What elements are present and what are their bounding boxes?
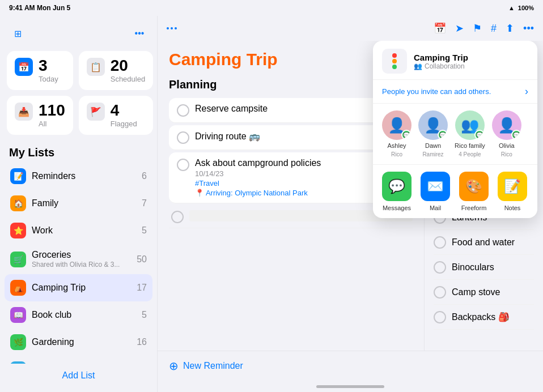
sidebar-item-groceries[interactable]: 🛒 Groceries Shared with Olivia Rico & 3.… <box>5 244 152 274</box>
sidebar-toggle-button[interactable]: ⊞ <box>9 25 26 42</box>
scheduled-icon: 📋 <box>87 58 105 76</box>
gardening-label: Gardening <box>32 337 131 347</box>
packing-circle[interactable] <box>434 261 446 274</box>
scheduled-label: Scheduled <box>111 75 145 83</box>
tag-icon[interactable]: # <box>491 23 497 35</box>
status-time: 9:41 AM Mon Jun 5 <box>9 4 70 12</box>
reminders-label: Reminders <box>32 171 136 181</box>
scheduled-count: 20 <box>111 58 145 74</box>
avatar-ricofamily-circle: 👥 💬 <box>455 110 485 140</box>
packing-circle[interactable] <box>434 311 446 323</box>
today-icon: 📅 <box>15 58 33 76</box>
freeform-app-icon: 🎨 <box>459 172 489 201</box>
avatar-dawn-circle: 👤 💬 <box>418 110 448 140</box>
planning-label: Planning <box>169 78 217 91</box>
collab-dot-orange <box>392 59 397 63</box>
collab-invite-row[interactable]: People you invite can add others. › <box>373 80 537 104</box>
share-app-messages[interactable]: 💬 Messages <box>382 172 412 211</box>
packing-circle[interactable] <box>434 286 446 299</box>
sidebar-item-camping[interactable]: ⛺ Camping Trip 17 <box>5 274 152 301</box>
sidebar-item-plantstoget[interactable]: 🪴 Plants to get 4 <box>5 356 152 364</box>
all-icon: 📥 <box>15 103 33 121</box>
share-icon[interactable]: ⬆ <box>506 22 514 35</box>
share-app-mail[interactable]: ✉️ Mail <box>421 172 450 211</box>
sidebar-item-reminders[interactable]: 📝 Reminders 6 <box>5 163 152 190</box>
flag-icon[interactable]: ⚑ <box>473 22 482 35</box>
collab-subtitle: 👥 Collaboration <box>414 62 468 70</box>
collab-invite-chevron: › <box>525 86 528 97</box>
calendar-icon[interactable]: 📅 <box>434 22 446 35</box>
avatar-olivia-subname: Rico <box>501 151 512 157</box>
toolbar-actions: 📅 ➤ ⚑ # ⬆ ••• <box>434 22 534 35</box>
packing-empty-slot <box>434 330 534 347</box>
sidebar-item-gardening[interactable]: 🌿 Gardening 16 <box>5 329 152 356</box>
avatar-ricofamily-subname: 4 People <box>459 151 481 157</box>
sidebar-more-button[interactable]: ••• <box>131 25 148 42</box>
packing-item-campstove[interactable]: Camp stove <box>434 280 534 305</box>
family-icon: 🏠 <box>10 195 26 211</box>
groceries-icon: 🛒 <box>10 252 26 267</box>
content-area: Camping Trip Planning ··· Reserve campsi… <box>158 41 543 351</box>
all-card[interactable]: 📥 110 All <box>7 96 73 135</box>
all-label: All <box>39 120 65 128</box>
location-icon[interactable]: ➤ <box>455 22 464 35</box>
mail-app-icon: ✉️ <box>421 172 450 201</box>
status-bar: 9:41 AM Mon Jun 5 ▲ 100% <box>0 0 543 16</box>
collab-title: Camping Trip <box>414 53 468 62</box>
scheduled-card[interactable]: 📋 20 Scheduled <box>79 51 153 90</box>
avatar-dawn-badge: 💬 <box>438 130 448 140</box>
collab-popup: Camping Trip 👥 Collaboration People you … <box>373 41 537 218</box>
reminder-circle[interactable] <box>177 104 189 117</box>
collab-invite-text: People you invite can add others. <box>382 87 491 96</box>
reminder-tag: #Travel <box>195 179 219 188</box>
new-reminder-bar[interactable]: ⊕ New Reminder <box>158 351 543 381</box>
gardening-icon: 🌿 <box>10 334 26 350</box>
reminder-circle[interactable] <box>177 131 189 144</box>
collab-dot-green <box>392 65 397 69</box>
list-items: 📝 Reminders 6 🏠 Family 7 ⭐ Work 5 🛒 Groc… <box>0 163 157 364</box>
bookclub-icon: 📖 <box>10 307 26 323</box>
flagged-card[interactable]: 🚩 4 Flagged <box>79 96 153 135</box>
mail-app-label: Mail <box>430 204 441 211</box>
today-card[interactable]: 📅 3 Today <box>7 51 73 90</box>
groceries-sub: Shared with Olivia Rico & 3... <box>32 261 131 269</box>
status-right: ▲ 100% <box>508 5 534 11</box>
avatar-ricofamily-name: Rico family <box>455 142 485 149</box>
avatar-olivia[interactable]: 👤 💬 Olivia Rico <box>492 110 521 157</box>
packing-item-binoculars[interactable]: Binoculars <box>434 255 534 280</box>
reminders-icon: 📝 <box>10 168 26 184</box>
sidebar-item-family[interactable]: 🏠 Family 7 <box>5 190 152 217</box>
packing-name: Backpacks 🎒 <box>452 312 510 322</box>
packing-circle[interactable] <box>434 236 446 249</box>
avatar-olivia-circle: 👤 💬 <box>492 110 521 140</box>
avatars-row: 👤 💬 Ashley Rico 👤 💬 Dawn Ramirez <box>373 104 537 165</box>
avatar-ricofamily[interactable]: 👥 💬 Rico family 4 People <box>455 110 485 157</box>
reminders-count: 6 <box>142 171 147 181</box>
packing-item-food[interactable]: Food and water <box>434 230 534 255</box>
collab-dot-red <box>392 53 397 58</box>
notes-app-label: Notes <box>504 204 521 211</box>
add-list-button[interactable]: Add List <box>0 364 157 387</box>
packing-item-backpacks[interactable]: Backpacks 🎒 <box>434 305 534 330</box>
summary-cards: 📅 3 Today 📋 20 Scheduled 📥 110 All <box>0 46 157 139</box>
my-lists-header: My Lists <box>0 139 157 163</box>
reminder-circle[interactable] <box>177 159 189 171</box>
collab-header: Camping Trip 👥 Collaboration <box>373 41 537 80</box>
avatar-ashley-subname: Rico <box>391 151 402 157</box>
sidebar-item-work[interactable]: ⭐ Work 5 <box>5 217 152 244</box>
share-app-notes[interactable]: 📝 Notes <box>498 172 527 211</box>
gardening-count: 16 <box>137 337 147 347</box>
sidebar-item-bookclub[interactable]: 📖 Book club 5 <box>5 301 152 329</box>
family-count: 7 <box>142 198 147 208</box>
flagged-count: 4 <box>111 103 137 118</box>
more-icon[interactable]: ••• <box>523 23 534 35</box>
avatar-olivia-name: Olivia <box>499 142 515 149</box>
new-reminder-plus-icon: ⊕ <box>169 359 179 373</box>
reminder-circle[interactable] <box>171 211 184 223</box>
avatar-ashley[interactable]: 👤 💬 Ashley Rico <box>382 110 412 157</box>
share-app-freeform[interactable]: 🎨 Freeform <box>459 172 489 211</box>
bookclub-count: 5 <box>142 310 147 320</box>
all-count: 110 <box>39 103 65 118</box>
avatar-dawn[interactable]: 👤 💬 Dawn Ramirez <box>418 110 448 157</box>
avatar-ashley-name: Ashley <box>387 142 406 149</box>
